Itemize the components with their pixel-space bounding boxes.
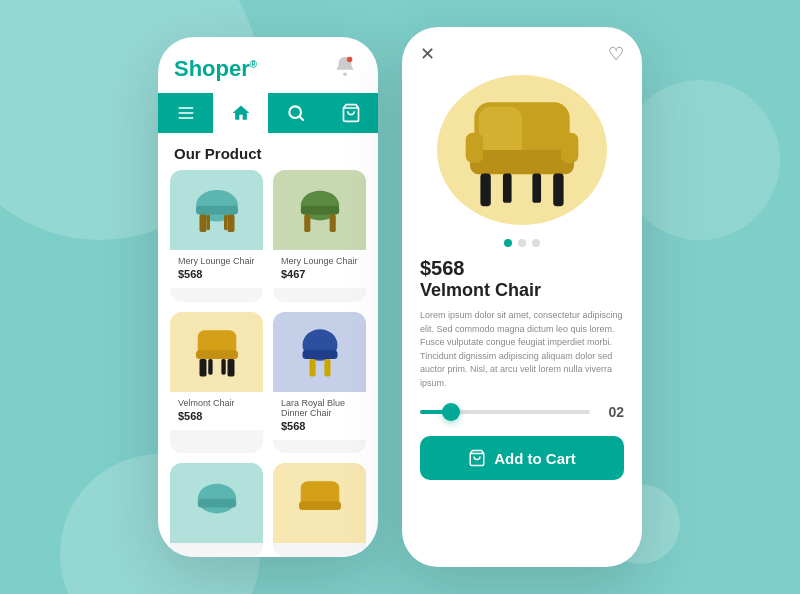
detail-header: ✕ ♡ [402,27,642,65]
nav-cart[interactable] [323,93,378,133]
svg-point-0 [343,72,347,76]
product-card[interactable]: Mery Lounge Chair $467 [273,170,366,302]
cart-icon [468,449,486,467]
svg-rect-34 [466,133,483,163]
svg-rect-38 [503,173,512,202]
svg-rect-11 [206,214,210,230]
product-detail-screen: ✕ ♡ [402,27,642,567]
svg-rect-37 [553,173,563,206]
quantity-row: 02 [420,402,624,422]
dot-3[interactable] [532,239,540,247]
wishlist-button[interactable]: ♡ [608,43,624,65]
product-image [170,170,263,250]
add-to-cart-button[interactable]: Add to Cart [420,436,624,480]
product-price: $568 [178,268,255,280]
svg-point-1 [347,57,353,63]
svg-rect-35 [561,133,578,163]
section-title: Our Product [158,133,378,170]
product-name: Mery Lounge Chair [178,256,255,266]
svg-rect-25 [309,359,315,377]
quantity-value: 02 [600,404,624,420]
svg-rect-12 [224,214,228,230]
svg-rect-15 [304,214,310,232]
product-image-circle [437,75,607,225]
svg-rect-2 [178,107,193,109]
product-image [170,463,263,543]
product-info: Mery Lounge Chair $568 [170,250,263,288]
product-name: Velmont Chair [178,398,255,408]
product-card[interactable] [170,463,263,557]
svg-rect-4 [178,117,193,119]
product-card[interactable]: Mery Lounge Chair $568 [170,170,263,302]
nav-home[interactable] [213,93,268,133]
svg-rect-9 [199,214,206,232]
svg-rect-26 [324,359,330,377]
detail-image-area [402,65,642,235]
detail-price: $568 [420,257,624,280]
product-image [273,312,366,392]
product-card[interactable]: Lara Royal Blue Dinner Chair $568 [273,312,366,454]
svg-rect-24 [302,350,337,359]
svg-rect-28 [197,499,236,508]
product-price: $568 [281,420,358,432]
product-name: Lara Royal Blue Dinner Chair [281,398,358,418]
app-logo: Shoper® [174,56,257,82]
svg-rect-18 [196,350,238,359]
slider-thumb[interactable] [442,403,460,421]
nav-menu[interactable] [158,93,213,133]
svg-rect-10 [227,214,234,232]
svg-rect-33 [470,150,574,174]
product-grid: Mery Lounge Chair $568 Mery Lounge Chair [158,170,378,557]
product-card[interactable]: Velmont Chair $568 [170,312,263,454]
svg-rect-14 [300,206,339,215]
detail-name: Velmont Chair [420,280,624,301]
product-list-screen: Shoper® Our Pro [158,37,378,557]
product-price: $568 [178,410,255,422]
slider-track [420,410,590,414]
detail-info: $568 Velmont Chair Lorem ipsum dolor sit… [402,247,642,567]
product-price: $467 [281,268,358,280]
svg-rect-20 [227,359,234,377]
add-to-cart-label: Add to Cart [494,450,576,467]
quantity-slider[interactable] [420,402,590,422]
product-info: Mery Lounge Chair $467 [273,250,366,288]
dot-2[interactable] [518,239,526,247]
phones-container: Shoper® Our Pro [158,27,642,567]
bg-decoration-3 [620,80,780,240]
detail-description: Lorem ipsum dolor sit amet, consectetur … [420,309,624,390]
product-image [273,170,366,250]
svg-rect-22 [221,359,225,375]
svg-rect-21 [208,359,212,375]
svg-rect-3 [178,112,193,114]
product-image [170,312,263,392]
product-card[interactable] [273,463,366,557]
product-info: Lara Royal Blue Dinner Chair $568 [273,392,366,440]
product-image [273,463,366,543]
product-info: Velmont Chair $568 [170,392,263,430]
notification-bell-icon[interactable] [334,55,362,83]
dot-1[interactable] [504,239,512,247]
svg-rect-30 [299,502,341,511]
svg-rect-16 [329,214,335,232]
svg-rect-36 [480,173,490,206]
svg-rect-39 [532,173,541,202]
product-name: Mery Lounge Chair [281,256,358,266]
svg-rect-8 [196,206,238,215]
image-dots-indicator [402,239,642,247]
nav-search[interactable] [268,93,323,133]
app-header: Shoper® [158,37,378,83]
bottom-nav [158,93,378,133]
close-button[interactable]: ✕ [420,43,435,65]
svg-rect-19 [199,359,206,377]
